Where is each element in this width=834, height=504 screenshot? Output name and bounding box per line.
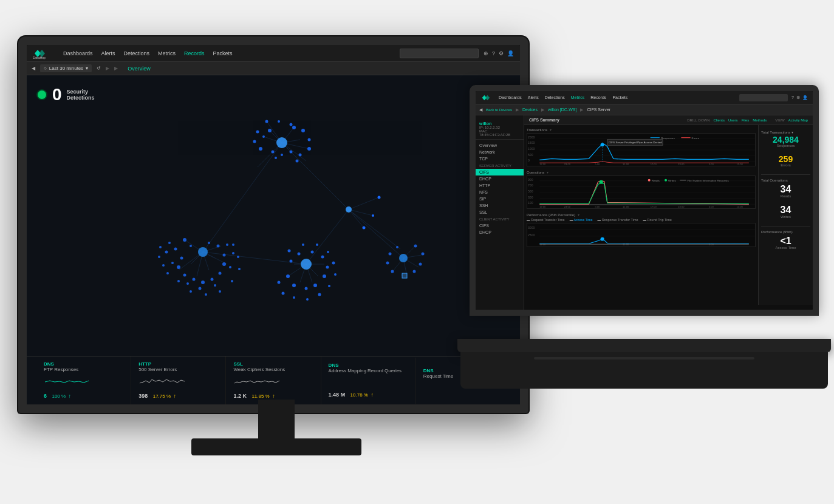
laptop-help-icon[interactable]: ?	[791, 95, 794, 100]
laptop-sidebar: wilton IP: 10.2.2.32 MAC: 78:45:C4:F3:AF…	[476, 115, 524, 310]
desktop-monitor: ExtraHop Reveal(x) Dashboards Alerts Det…	[18, 36, 535, 474]
breadcrumb-overview[interactable]: Overview	[128, 66, 151, 72]
sidebar-cifs[interactable]: CIFS	[476, 169, 524, 175]
nav-packets[interactable]: Packets	[213, 50, 233, 56]
svg-text:2500: 2500	[528, 234, 535, 237]
user-icon[interactable]: 👤	[507, 50, 514, 56]
time-picker[interactable]: ○ Last 30 minutes ▾	[40, 64, 92, 72]
transactions-label: Transactions	[527, 128, 547, 132]
laptop-nav-detections[interactable]: Detections	[545, 95, 565, 100]
cifs-title: CIFS Summary	[529, 118, 559, 122]
svg-point-122	[288, 250, 291, 253]
svg-text:700: 700	[528, 184, 533, 187]
nav-dashboards[interactable]: Dashboards	[63, 50, 93, 56]
monitor-search-input[interactable]	[400, 49, 479, 58]
nav-detections[interactable]: Detections	[124, 50, 150, 56]
device-mac: MAC: 78:45:C4:F3:AF:2B	[479, 129, 520, 137]
laptop-nav-alerts[interactable]: Alerts	[528, 95, 539, 100]
view-activity-map[interactable]: Activity Map	[788, 118, 808, 122]
svg-point-119	[327, 251, 329, 253]
total-ops-label: Total Operations	[761, 179, 810, 182]
time-label: Last 30 minutes	[49, 66, 83, 71]
svg-point-109	[298, 253, 301, 256]
svg-point-80	[168, 242, 171, 244]
metric-ssl-ciphers: SSL Weak Ciphers Sessions 1.2 K 11.85 % …	[226, 356, 321, 405]
laptop-nav-packets[interactable]: Packets	[612, 95, 627, 100]
sidebar-client-dhcp[interactable]: DHCP	[476, 229, 524, 236]
laptop-nav-records[interactable]: Records	[590, 95, 606, 100]
drill-files[interactable]: Files	[742, 118, 750, 122]
total-errors: 259 Errors	[761, 155, 810, 167]
sidebar-nfs[interactable]: NFS	[476, 189, 524, 196]
sidebar-http[interactable]: HTTP	[476, 182, 524, 189]
sidebar-network[interactable]: Network	[476, 149, 524, 155]
sidebar-ssh[interactable]: SSH	[476, 202, 524, 209]
laptop-breadcrumb-devices[interactable]: Devices	[522, 107, 538, 112]
svg-point-115	[318, 293, 321, 296]
drill-clients[interactable]: Clients	[714, 118, 725, 122]
ops-expand-icon[interactable]: ▾	[547, 170, 549, 174]
expand-icon[interactable]: ▾	[550, 128, 552, 132]
detection-count: 0	[52, 85, 62, 104]
metric-value-1: 6	[44, 393, 47, 399]
laptop-user-icon[interactable]: 👤	[802, 95, 808, 100]
svg-point-82	[186, 282, 189, 285]
legend-request: Request Transfer Time	[531, 218, 565, 222]
svg-text:5:00: 5:00	[709, 205, 714, 208]
writes-label: Writes	[761, 215, 810, 219]
svg-point-90	[162, 264, 165, 267]
sidebar-overview[interactable]: Overview	[476, 142, 524, 149]
svg-point-77	[208, 242, 210, 244]
sidebar-sip[interactable]: SIP	[476, 196, 524, 202]
nav-alerts[interactable]: Alerts	[101, 50, 115, 56]
drill-methods[interactable]: Methods	[753, 118, 767, 122]
total-writes: 34 Writes	[761, 205, 810, 219]
svg-point-61	[378, 196, 381, 199]
svg-point-42	[268, 129, 272, 132]
settings-icon[interactable]: ⚙	[499, 50, 504, 56]
help-icon[interactable]: ?	[492, 50, 495, 56]
svg-text:1500: 1500	[528, 141, 535, 145]
responses-label: Responses	[761, 144, 810, 148]
laptop-search-input[interactable]	[739, 94, 788, 101]
svg-point-101	[286, 274, 290, 278]
metric-dns-address: DNS Address Mapping Record Queries 1.48 …	[321, 358, 416, 404]
svg-point-45	[278, 120, 280, 123]
legend-round: Round Trip Time	[648, 218, 672, 222]
sidebar-client-cifs[interactable]: CIFS	[476, 222, 524, 229]
svg-point-120	[316, 243, 318, 246]
nav-records[interactable]: Records	[184, 50, 205, 56]
svg-point-83	[199, 287, 202, 290]
laptop-breadcrumb-cifs: CIFS Server	[587, 107, 610, 112]
laptop-settings-icon[interactable]: ⚙	[796, 95, 800, 100]
sidebar-ssl[interactable]: SSL	[476, 209, 524, 216]
dropdown-icon: ▾	[86, 66, 88, 71]
laptop-touchpad	[534, 357, 754, 359]
monitor-body: ExtraHop Reveal(x) Dashboards Alerts Det…	[18, 36, 528, 413]
performance-label: Performance (95th Percentile)	[527, 213, 575, 217]
performance-title: Performance (95th Percentile) ▾	[527, 213, 756, 217]
svg-text:CIFS Server Privileged Pipe Ac: CIFS Server Privileged Pipe Access Denie…	[609, 141, 663, 144]
operations-label: Operations	[527, 171, 544, 174]
drill-users[interactable]: Users	[728, 118, 738, 122]
security-label-1: Security	[67, 89, 95, 95]
laptop-nav-icons: ? ⚙ 👤	[791, 95, 808, 100]
laptop-nav-metrics[interactable]: Metrics	[571, 95, 585, 100]
monitor-nav-icons: ⊕ ? ⚙ 👤	[484, 50, 514, 56]
metric-name-2: 500 Server Errors	[138, 367, 218, 372]
svg-point-86	[232, 252, 234, 254]
sidebar-dhcp[interactable]: DHCP	[476, 175, 524, 182]
nav-metrics[interactable]: Metrics	[158, 50, 176, 56]
toggle-btn[interactable]: ◀	[32, 66, 35, 71]
laptop-back-icon[interactable]: ◀	[479, 107, 482, 112]
laptop-breadcrumb-device[interactable]: wilton [DC-WS]	[548, 107, 576, 112]
metric-protocol-1: DNS	[44, 361, 123, 367]
monitor-screen: ExtraHop Reveal(x) Dashboards Alerts Det…	[27, 45, 520, 404]
operations-title: Operations ▾	[527, 170, 756, 174]
refresh-icon[interactable]: ↺	[97, 66, 101, 71]
laptop-chart-area: CIFS Summary DRILL DOWN Clients Users Fi…	[524, 115, 813, 310]
drill-down-bar: DRILL DOWN Clients Users Files Methods V…	[687, 118, 808, 122]
perf-expand-icon[interactable]: ▾	[578, 213, 579, 217]
sidebar-tcp[interactable]: TCP	[476, 155, 524, 162]
laptop-nav-dashboards[interactable]: Dashboards	[499, 95, 522, 100]
